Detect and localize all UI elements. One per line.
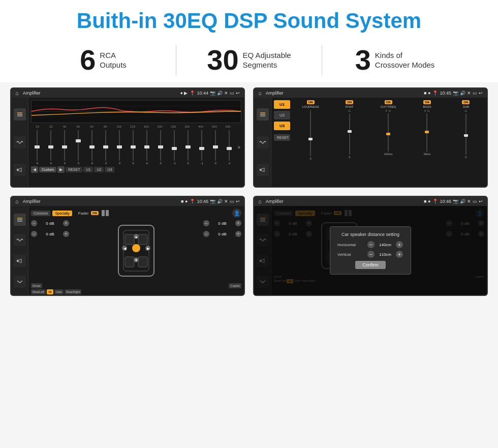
stat-rca: 6 RCAOutputs <box>30 46 176 74</box>
u2-btn[interactable]: U2 <box>94 167 104 172</box>
slider-14[interactable]: -1 <box>223 129 236 165</box>
expand-icon-3[interactable] <box>14 276 26 288</box>
minus-btn-2[interactable]: − <box>31 231 37 237</box>
stat-number-3: 3 <box>355 46 371 74</box>
minus-btn-1[interactable]: − <box>31 220 37 226</box>
sound-icon-4: 🔊 <box>460 199 465 204</box>
svg-marker-12 <box>261 168 264 172</box>
screen4-body: Common Specialty Fader ON 👤 − <box>254 206 487 295</box>
bass-slider[interactable] <box>426 113 427 152</box>
location-icon-4: 📍 <box>432 199 438 204</box>
sub-toggle[interactable]: ON <box>462 100 470 104</box>
horizontal-row: Horizontal − 140cm + <box>337 241 403 248</box>
sidebar-1 <box>11 98 28 187</box>
play-preset-btn[interactable]: ▶ <box>57 166 65 173</box>
speaker-icon-3[interactable] <box>14 255 26 267</box>
screen-fader: ⌂ Amplifier ■ ● 📍 10:46 📷 🔊 ✕ ▭ ↩ <box>10 196 245 296</box>
prev-preset-btn[interactable]: ◀ <box>31 166 38 173</box>
slider-8[interactable]: 0 <box>141 129 153 165</box>
loudness-val: 0 <box>310 157 312 160</box>
specialty-tab[interactable]: Specialty <box>52 211 72 216</box>
common-tab[interactable]: Common <box>31 211 50 216</box>
wave-icon-2[interactable] <box>257 136 269 148</box>
horizontal-plus[interactable]: + <box>396 241 403 248</box>
phat-slider[interactable] <box>349 114 350 155</box>
preset-u3[interactable]: U3 <box>274 122 290 130</box>
bass-toggle[interactable]: ON <box>423 100 431 104</box>
all-btn[interactable]: All <box>47 289 53 294</box>
db-value-2: 0 dB <box>38 232 62 236</box>
reset-btn-amp2[interactable]: RESET <box>274 134 290 141</box>
slider-1[interactable]: 0 <box>45 129 57 165</box>
screen3-title: Amplifier <box>23 199 179 204</box>
sound-icon-2: 🔊 <box>460 91 465 96</box>
copilot-btn[interactable]: Copilot <box>229 283 241 288</box>
home-icon-1: ⌂ <box>15 90 19 96</box>
rearleft-btn[interactable]: RearLeft <box>31 289 46 294</box>
modal-title: Car speaker distance setting <box>337 232 403 237</box>
preset-u1[interactable]: U1 <box>274 100 290 109</box>
plus-btn-3[interactable]: + <box>235 220 241 226</box>
loudness-toggle[interactable]: ON <box>307 100 315 104</box>
slider-3[interactable]: 5 <box>72 129 85 165</box>
slider-6[interactable]: 0 <box>113 129 126 165</box>
minus-btn-3[interactable]: − <box>203 220 209 226</box>
play-icons-4: ■ ● <box>424 199 430 204</box>
wave-icon[interactable] <box>14 136 26 148</box>
slider-4[interactable]: 0 <box>86 129 99 165</box>
vertical-plus[interactable]: + <box>396 251 403 258</box>
slider-10[interactable]: -1 <box>168 129 181 165</box>
slider-0[interactable]: 0 <box>31 129 44 165</box>
horizontal-label: Horizontal <box>337 243 365 247</box>
confirm-button[interactable]: Confirm <box>355 261 386 269</box>
vertical-minus[interactable]: − <box>367 251 375 258</box>
slider-9[interactable]: 0 <box>154 129 167 165</box>
driver-btn[interactable]: Driver <box>31 283 42 288</box>
slider-5[interactable]: 0 <box>100 129 112 165</box>
plus-btn-4[interactable]: + <box>235 231 241 237</box>
phat-label: PHAT <box>346 105 354 108</box>
stat-label-eq: EQ AdjustableSegments <box>243 50 291 70</box>
loudness-slider[interactable] <box>310 110 311 156</box>
plus-btn-2[interactable]: + <box>63 231 69 237</box>
minus-btn-4[interactable]: − <box>203 231 209 237</box>
cutfreq-slider[interactable] <box>388 113 389 152</box>
speaker-icon[interactable] <box>14 164 26 176</box>
reset-btn-eq[interactable]: RESET <box>66 167 82 172</box>
svg-rect-18 <box>17 260 18 262</box>
slider-13[interactable]: 0 <box>209 129 222 165</box>
wave-icon-3[interactable] <box>14 234 26 246</box>
filter-icon-3[interactable] <box>14 214 26 226</box>
u3-btn[interactable]: U3 <box>105 167 114 172</box>
filter-icon[interactable] <box>14 108 26 121</box>
stat-label-crossover: Kinds ofCrossover Modes <box>375 50 435 70</box>
cutfreq-toggle[interactable]: ON <box>385 100 392 104</box>
fader-main: Common Specialty Fader ON 👤 <box>28 206 244 295</box>
status-bar-4: ⌂ Amplifier ■ ● 📍 10:46 📷 🔊 ✕ ▭ ↩ <box>254 197 487 206</box>
play-icons: ● ▶ <box>180 91 188 96</box>
slider-11[interactable]: 0 <box>182 129 195 165</box>
expand-icon[interactable]: » <box>237 143 242 151</box>
preset-u2[interactable]: U2 <box>274 111 290 120</box>
status-bar-3: ⌂ Amplifier ■ ● 📍 10:46 📷 🔊 ✕ ▭ ↩ <box>11 197 244 206</box>
user-btn[interactable]: User <box>54 289 64 294</box>
db-row-4: − 0 dB + <box>203 231 241 237</box>
plus-btn-1[interactable]: + <box>63 220 69 226</box>
horizontal-minus[interactable]: − <box>367 241 375 248</box>
eq-bottom-bar: ◀ Custom ▶ RESET U1 U2 U3 <box>31 166 241 173</box>
rearright-btn[interactable]: RearRight <box>65 289 81 294</box>
fader-on-badge: ON <box>91 211 99 215</box>
sub-slider[interactable] <box>465 114 466 155</box>
slider-7[interactable]: 0 <box>127 129 140 165</box>
custom-preset-btn[interactable]: Custom <box>39 167 56 172</box>
phat-toggle[interactable]: ON <box>346 100 353 104</box>
preset-col: U1 U2 U3 RESET <box>274 100 290 184</box>
right-icons-3: 📍 10:46 📷 🔊 ✕ ▭ ↩ <box>190 199 240 204</box>
speaker-icon-2[interactable] <box>257 164 269 176</box>
slider-12[interactable]: -1 <box>196 129 208 165</box>
u1-btn[interactable]: U1 <box>83 167 93 172</box>
stats-row: 6 RCAOutputs 30 EQ AdjustableSegments 3 … <box>0 38 498 82</box>
loudness-label: LOUDNESS <box>302 105 319 108</box>
filter-icon-2[interactable] <box>257 108 269 121</box>
slider-2[interactable]: 0 <box>58 129 71 165</box>
